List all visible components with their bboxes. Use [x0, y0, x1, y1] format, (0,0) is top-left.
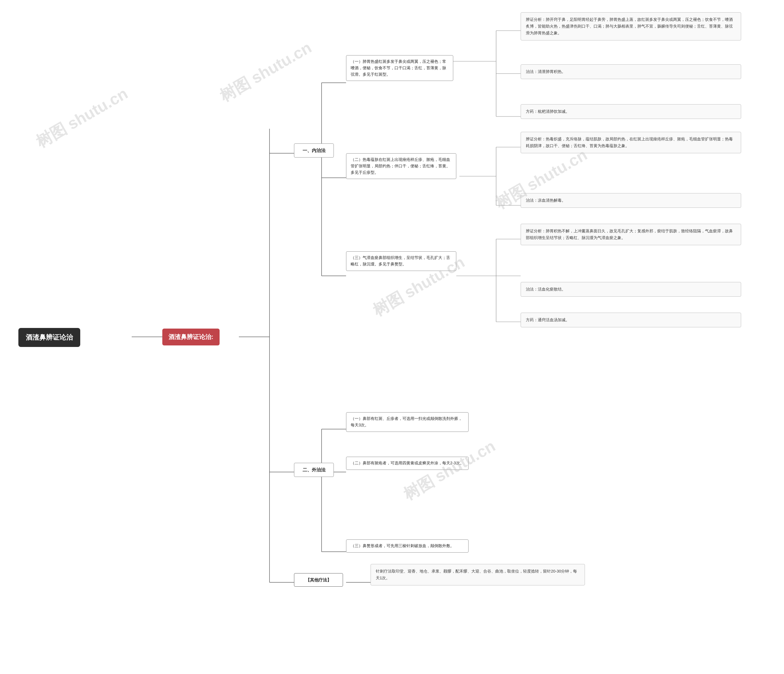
branch-neizhi: 一、内治法: [294, 144, 334, 158]
root-node: 酒渣鼻辨证论治: [19, 328, 80, 347]
info-sub1-fangyao: 方药：枇杷清肺饮加减。: [521, 104, 741, 119]
info-sub1-zhifa: 治法：清泄肺胃积热。: [521, 64, 741, 79]
branch-waizhi: 二、外治法: [294, 463, 334, 477]
branch-neizhi-sub3: （三）气滞血瘀鼻部组织增生，呈结节状，毛孔扩大；舌略红，脉沉缓。多见于鼻赘型。: [346, 251, 456, 271]
info-sub1-bianzheng: 辨证分析：肺开窍于鼻，足阳明胃经起于鼻旁，肺胃热盛上蒸，故红斑多发于鼻尖或两翼，…: [521, 12, 741, 41]
info-sub2-zhifa: 治法：凉血清热解毒。: [521, 193, 741, 208]
watermark-1: 树图 shutu.cn: [32, 83, 132, 153]
info-sub3-bianzheng: 辨证分析：肺胃积热不解，上冲薰蒸鼻面日久，故见毛孔扩大；复感外邪，瘀结于肌肤，致…: [521, 224, 741, 245]
branch-waizhi-sub1: （一）鼻部有红斑、丘疹者，可选用一扫光或颠倒散洗剂外搽，每天3次。: [346, 412, 468, 432]
branch-neizhi-sub2: （二）热毒蕴肤在红斑上出现痤疮样丘疹、脓疱，毛细血管扩张明显，局部灼热；伴口干，…: [346, 153, 456, 179]
branch-waizhi-sub2: （二）鼻部有脓疱者，可选用四黄膏或皮癣灵外涂，每天2-3次。: [346, 457, 468, 470]
main-topic-node: 酒渣鼻辨证论治:: [162, 329, 219, 345]
info-sub2-bianzheng: 辨证分析：热毒炽盛，充斥络脉，蕴结肌肤，故局部灼热，在红斑上出现痤疮样丘疹、脓疱…: [521, 132, 741, 153]
branch-qita: 【其他疗法】: [294, 573, 343, 587]
watermark-2: 树图 shutu.cn: [216, 37, 316, 107]
watermark-5: 树图 shutu.cn: [400, 435, 499, 506]
info-sub3-zhifa: 治法：活血化瘀散结。: [521, 282, 741, 297]
info-qita-content: 针刺疗法取印堂、迎香、地仓、承浆、颧髎，配禾髎、大迎、合谷、曲池，取坐位，轻度捻…: [370, 564, 585, 585]
branch-neizhi-sub1: （一）肺胃热盛红斑多发于鼻尖或两翼，压之褪色；常嗜酒，便秘，饮食不节，口干口渴；…: [346, 55, 453, 81]
info-sub3-fangyao: 方药：通窍活血汤加减。: [521, 313, 741, 328]
branch-waizhi-sub3: （三）鼻赘形成者，可先用三棱针刺破放血，颠倒散外敷。: [346, 540, 468, 552]
